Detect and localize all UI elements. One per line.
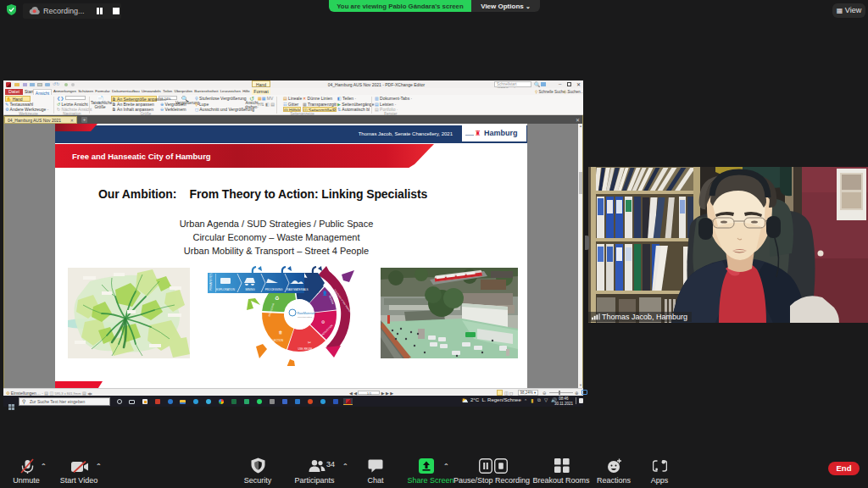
svg-text:✂: ✂ (308, 340, 311, 345)
svg-text:COLLECTION: COLLECTION (268, 339, 283, 342)
svg-text:🗑: 🗑 (279, 330, 283, 335)
svg-text:♻: ♻ (275, 296, 279, 301)
svg-text:⚙: ⚙ (321, 319, 326, 324)
svg-text:👤: 👤 (322, 291, 328, 297)
svg-text:RAW MATERIALS: RAW MATERIALS (287, 288, 308, 291)
svg-text:connecting matters: connecting matters (298, 316, 312, 318)
svg-text:EXPLORATION: EXPLORATION (216, 288, 235, 291)
svg-text:MINING: MINING (245, 288, 255, 291)
svg-text:USE, REUSE: USE, REUSE (298, 347, 313, 351)
svg-text:RawMaterials: RawMaterials (298, 312, 316, 315)
svg-text:PRIMARY RES.: PRIMARY RES. (209, 272, 213, 291)
svg-text:PROCESSING: PROCESSING (265, 288, 283, 291)
